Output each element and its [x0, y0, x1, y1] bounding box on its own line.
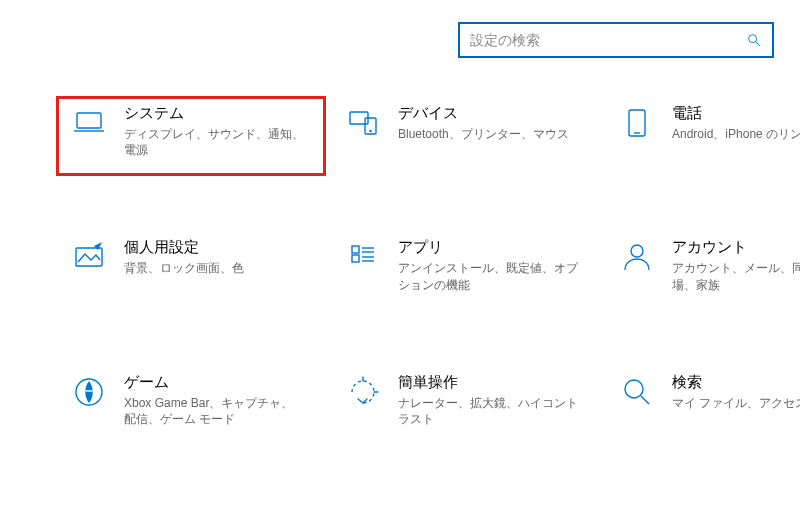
personalization-icon — [72, 240, 106, 274]
settings-item-title: 簡単操作 — [398, 373, 578, 392]
svg-rect-11 — [352, 255, 359, 262]
settings-item-devices[interactable]: デバイス Bluetooth、プリンター、マウス — [346, 96, 620, 166]
settings-item-system[interactable]: システム ディスプレイ、サウンド、通知、電源 — [72, 96, 346, 166]
devices-icon — [346, 106, 380, 140]
phone-icon — [620, 106, 654, 140]
settings-item-title: デバイス — [398, 104, 569, 123]
svg-rect-2 — [77, 113, 101, 128]
settings-item-title: ゲーム — [124, 373, 304, 392]
settings-item-accounts[interactable]: アカウント アカウント、メール、同期、職場、家族 — [620, 230, 800, 300]
settings-item-subtitle: Xbox Game Bar、キャプチャ、配信、ゲーム モード — [124, 395, 304, 427]
apps-icon — [346, 240, 380, 274]
magnifier-icon — [620, 375, 654, 409]
settings-item-search[interactable]: 検索 マイ ファイル、アクセス許可 — [620, 365, 800, 435]
search-icon — [746, 32, 762, 48]
ease-of-access-icon — [346, 375, 380, 409]
svg-line-1 — [756, 42, 760, 46]
svg-point-16 — [631, 245, 643, 257]
settings-item-personalization[interactable]: 個人用設定 背景、ロック画面、色 — [72, 230, 346, 300]
svg-point-6 — [370, 130, 371, 131]
settings-item-title: 電話 — [672, 104, 800, 123]
settings-item-subtitle: アンインストール、既定値、オプションの機能 — [398, 260, 578, 292]
svg-rect-10 — [352, 246, 359, 253]
settings-item-subtitle: 背景、ロック画面、色 — [124, 260, 244, 276]
svg-rect-7 — [629, 110, 645, 136]
svg-line-19 — [641, 396, 649, 404]
settings-item-ease-of-access[interactable]: 簡単操作 ナレーター、拡大鏡、ハイコントラスト — [346, 365, 620, 435]
settings-item-gaming[interactable]: ゲーム Xbox Game Bar、キャプチャ、配信、ゲーム モード — [72, 365, 346, 435]
settings-item-subtitle: アカウント、メール、同期、職場、家族 — [672, 260, 800, 292]
settings-item-subtitle: ナレーター、拡大鏡、ハイコントラスト — [398, 395, 578, 427]
settings-item-title: 個人用設定 — [124, 238, 244, 257]
settings-item-subtitle: マイ ファイル、アクセス許可 — [672, 395, 800, 411]
settings-item-title: アカウント — [672, 238, 800, 257]
settings-item-subtitle: Android、iPhone のリンク — [672, 126, 800, 142]
settings-item-phone[interactable]: 電話 Android、iPhone のリンク — [620, 96, 800, 166]
settings-item-title: 検索 — [672, 373, 800, 392]
settings-item-update-security[interactable]: 更新とセキュリティ Windows Update、回復、バックアップ — [72, 499, 346, 506]
svg-point-0 — [749, 35, 757, 43]
svg-point-18 — [625, 380, 643, 398]
settings-item-title: システム — [124, 104, 304, 123]
laptop-icon — [72, 106, 106, 140]
settings-item-title: アプリ — [398, 238, 578, 257]
settings-item-subtitle: ディスプレイ、サウンド、通知、電源 — [124, 126, 304, 158]
accounts-icon — [620, 240, 654, 274]
gaming-icon — [72, 375, 106, 409]
search-box[interactable] — [458, 22, 774, 58]
settings-item-apps[interactable]: アプリ アンインストール、既定値、オプションの機能 — [346, 230, 620, 300]
settings-item-subtitle: Bluetooth、プリンター、マウス — [398, 126, 569, 142]
search-input[interactable] — [470, 32, 746, 48]
